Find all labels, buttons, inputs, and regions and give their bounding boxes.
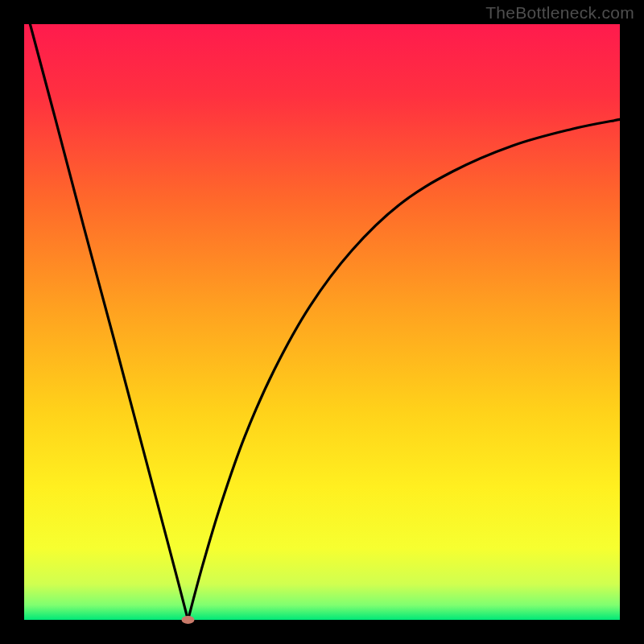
bottleneck-chart (0, 0, 644, 644)
plot-background (24, 24, 620, 620)
minimum-marker (182, 616, 195, 624)
watermark-text: TheBottleneck.com (485, 3, 634, 23)
chart-container: TheBottleneck.com (0, 0, 644, 644)
